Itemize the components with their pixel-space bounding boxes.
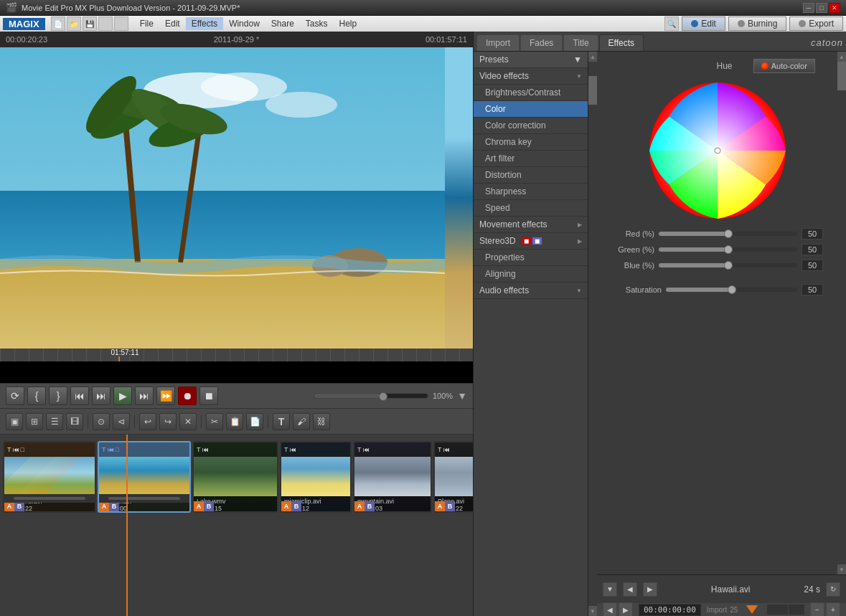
menu-effects[interactable]: Effects (186, 17, 223, 30)
play-button[interactable]: ▶ (113, 387, 132, 405)
export-mode-button[interactable]: Export (789, 16, 843, 31)
timeline-scrubber[interactable]: 01:57:11 (0, 349, 473, 361)
clip-balloons[interactable]: T ⏮ □ Balloons.avi 00:20:22 A B (3, 441, 96, 513)
red-slider-handle[interactable] (724, 229, 733, 238)
right-scrollbar-thumb[interactable] (837, 62, 846, 90)
clip-hawaii[interactable]: T ⏮ □ Hawaii.avi 00:24:00 A B (98, 441, 191, 513)
view-film-button[interactable]: 🎞 (66, 413, 83, 430)
view-list-button[interactable]: ☰ (46, 413, 63, 430)
category-video-effects[interactable]: Video effects ▼ (474, 68, 588, 85)
right-scrollbar-track[interactable] (837, 62, 846, 564)
clip-mountain[interactable]: T ⏮ mountain.avi 00:15:03 A B (353, 441, 432, 513)
cursor-icon[interactable]: ↖ (114, 16, 128, 31)
copy-button[interactable]: 📋 (226, 413, 243, 430)
redo-button[interactable]: ↪ (159, 413, 177, 430)
close-button[interactable]: ✕ (829, 3, 840, 13)
clip-lake[interactable]: T ⏮ Lake.wmv 00:11:15 A B (192, 441, 278, 513)
category-stereo3d[interactable]: Stereo3D ◼ ◼ ▶ (474, 233, 588, 250)
burning-mode-button[interactable]: Burning (728, 16, 786, 31)
clip-plane[interactable]: T ⏮ Plane.avi 00:19:22 A B (433, 441, 473, 513)
nav-down-button[interactable]: ▼ (603, 582, 617, 597)
clip-miami[interactable]: T ⏮ miamiclip.avi 00:10:12 A B (280, 441, 352, 513)
menu-edit[interactable]: Edit (159, 17, 186, 30)
color-wheel[interactable] (646, 79, 789, 222)
title-button[interactable]: T (273, 413, 290, 430)
open-icon[interactable]: 📁 (67, 16, 81, 31)
scrollbar-track[interactable] (588, 62, 597, 606)
blue-slider-handle[interactable] (724, 261, 733, 270)
progress-bar[interactable] (314, 393, 428, 399)
new-icon[interactable]: 📄 (51, 16, 65, 31)
menu-share[interactable]: Share (265, 17, 300, 30)
settings-icon[interactable]: ⚙ (98, 16, 113, 31)
loop-button[interactable]: ⟳ (6, 387, 24, 405)
tab-effects[interactable]: Effects (599, 34, 644, 51)
scrollbar-thumb[interactable] (588, 76, 597, 105)
category-movement-effects[interactable]: Movement effects ▶ (474, 217, 588, 233)
effect-color-correction[interactable]: Color correction (474, 118, 588, 134)
auto-color-button[interactable]: Auto-color (753, 59, 815, 73)
effect-speed[interactable]: Speed (474, 200, 588, 217)
progress-handle[interactable] (379, 392, 387, 401)
timeline-minus-button[interactable]: − (810, 602, 824, 616)
effect-distortion[interactable]: Distortion (474, 167, 588, 184)
mark-out-button[interactable]: } (49, 387, 67, 405)
delete-button[interactable]: ✕ (179, 413, 197, 430)
search-icon[interactable]: 🔍 (664, 16, 679, 31)
presets-arrow[interactable]: ▼ (573, 55, 582, 65)
minimize-button[interactable]: ─ (803, 3, 814, 13)
prev-frame-button[interactable]: ⏮ (70, 387, 89, 405)
menu-file[interactable]: File (134, 17, 159, 30)
right-scrollbar-down[interactable]: ▼ (837, 564, 846, 574)
marker-button[interactable]: ⊲ (113, 413, 130, 430)
save-icon[interactable]: 💾 (83, 16, 97, 31)
effect-aligning[interactable]: Aligning (474, 266, 588, 283)
maximize-button[interactable]: □ (816, 3, 827, 13)
green-slider-handle[interactable] (724, 245, 733, 254)
snap-button[interactable]: ⊙ (93, 413, 110, 430)
stop-button[interactable]: ⏹ (199, 387, 218, 405)
tab-title[interactable]: Title (563, 34, 598, 51)
timeline-plus-button[interactable]: + (826, 602, 840, 616)
mark-in-button[interactable]: { (27, 387, 46, 405)
effect-color[interactable]: Color (474, 101, 588, 118)
menu-window[interactable]: Window (223, 17, 265, 30)
green-slider[interactable] (659, 247, 797, 252)
right-scrollbar-up[interactable]: ▲ (837, 52, 846, 62)
effect-properties[interactable]: Properties (474, 250, 588, 266)
nav-fwd-button[interactable]: ▶ (643, 582, 657, 597)
link-button[interactable]: ⛓ (313, 413, 330, 430)
scrollbar-up-button[interactable]: ▲ (588, 52, 597, 62)
view-single-button[interactable]: ▣ (6, 413, 23, 430)
record-button[interactable]: ⏺ (178, 387, 197, 405)
skip-fwd-button[interactable]: ⏩ (156, 387, 175, 405)
menu-help[interactable]: Help (334, 17, 363, 30)
pos-right-button[interactable]: ▶ (619, 602, 633, 616)
scrollbar-down-button[interactable]: ▼ (588, 606, 597, 616)
next-frame-button[interactable]: ⏭ (135, 387, 154, 405)
tab-import[interactable]: Import (476, 34, 520, 51)
view-grid-button[interactable]: ⊞ (26, 413, 43, 430)
saturation-slider-handle[interactable] (728, 285, 736, 294)
skip-back-button[interactable]: ⏭ (92, 387, 111, 405)
nav-back-button[interactable]: ◀ (623, 582, 637, 597)
saturation-slider[interactable] (666, 288, 797, 292)
tab-fades[interactable]: Fades (520, 34, 563, 51)
effect-chroma-key[interactable]: Chroma key (474, 134, 588, 151)
blue-slider[interactable] (659, 263, 797, 267)
effect-brightness[interactable]: Brightness/Contrast (474, 85, 588, 101)
cut-button[interactable]: ✂ (206, 413, 223, 430)
undo-button[interactable]: ↩ (139, 413, 156, 430)
red-slider[interactable] (659, 232, 797, 236)
category-audio-effects[interactable]: Audio effects ▼ (474, 283, 588, 299)
zoom-down-button[interactable]: ▼ (457, 390, 467, 402)
menu-tasks[interactable]: Tasks (300, 17, 334, 30)
color-wheel-svg[interactable] (646, 79, 789, 222)
nav-expand-button[interactable]: ↻ (826, 582, 840, 597)
effect-sharpness[interactable]: Sharpness (474, 184, 588, 200)
edit-mode-button[interactable]: Edit (682, 16, 725, 31)
timeline-mini-bar[interactable] (766, 605, 804, 615)
effect-art-filter[interactable]: Art filter (474, 151, 588, 167)
brush-button[interactable]: 🖌 (293, 413, 310, 430)
paste-button[interactable]: 📄 (246, 413, 263, 430)
